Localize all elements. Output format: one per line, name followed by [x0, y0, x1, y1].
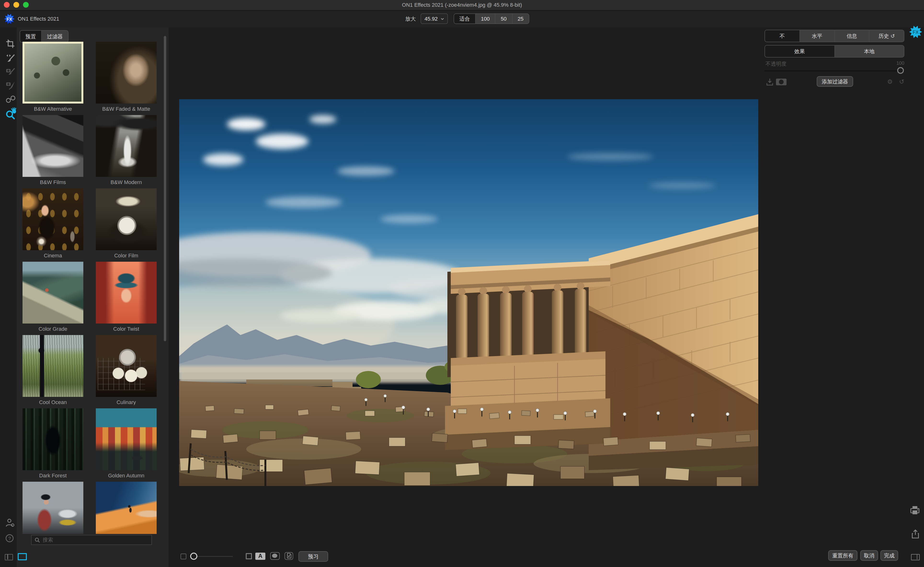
photo-canvas[interactable] — [179, 99, 758, 486]
right-panel: 不 水平 信息 历史 ↺ FX 效果 本地 不透明度 100 添加过滤器 ⚙ ↺ — [765, 27, 924, 567]
preset-item[interactable]: Color Film — [96, 188, 157, 258]
gear-icon[interactable]: ⚙ — [887, 78, 892, 85]
preset-item[interactable]: Color Grade — [22, 262, 83, 332]
preset-item[interactable]: Cool Ocean — [22, 335, 83, 405]
preset-thumbnail — [96, 115, 157, 177]
preset-item[interactable]: Cinema — [22, 188, 83, 258]
reset-filters-icon[interactable]: ↺ — [899, 78, 904, 85]
right-panel-toggle-icon[interactable] — [911, 554, 920, 560]
svg-text:?: ? — [8, 536, 11, 541]
tab-none[interactable]: 不 — [765, 30, 800, 42]
preset-item[interactable]: B&W Modern — [96, 115, 157, 185]
tab-effects[interactable]: 效果 — [765, 45, 835, 57]
reset-all-button[interactable]: 重置所有 — [828, 550, 857, 561]
zoom-value: 45.92 — [424, 16, 438, 21]
preset-thumbnail — [96, 408, 157, 470]
preset-label: B&W Faded & Matte — [96, 106, 157, 112]
preset-label: Color Twist — [96, 326, 157, 332]
preset-thumbnail — [22, 262, 83, 323]
preset-item[interactable]: B&W Alternative — [22, 42, 83, 112]
add-filter-button[interactable]: 添加过滤器 — [817, 76, 853, 87]
acropolis-photo — [179, 99, 758, 486]
opacity-label: 不透明度 — [765, 60, 786, 68]
search-field[interactable]: 搜索 — [31, 535, 152, 545]
preset-label: Color Grade — [22, 326, 83, 332]
titlebar: ON1 Effects 2021 (-zoe4nviem4.jpg @ 45.9… — [0, 0, 924, 11]
masking-bug-tool[interactable] — [5, 80, 16, 91]
single-pane-view-icon[interactable] — [18, 553, 27, 560]
dual-pane-view-icon[interactable] — [5, 554, 13, 560]
tab-info[interactable]: 信息 — [835, 30, 870, 42]
preset-grid: B&W Alternative B&W Faded & Matte B&W Fi… — [17, 27, 169, 534]
zoom-level-dropdown[interactable]: 45.92 — [421, 14, 448, 24]
crop-tool[interactable] — [5, 38, 16, 50]
print-icon[interactable] — [910, 505, 920, 515]
preset-item[interactable]: Golden Autumn — [96, 408, 157, 478]
size-slider-handle[interactable] — [190, 553, 197, 560]
preset-item[interactable] — [96, 482, 157, 534]
soft-proof-icon[interactable] — [285, 552, 293, 560]
preset-label: Color Film — [96, 253, 157, 258]
preset-label: Culinary — [96, 399, 157, 405]
presets-panel: 预置 过滤器 B&W Alternative B&W Faded & Matte… — [17, 27, 169, 567]
preset-item[interactable]: Culinary — [96, 335, 157, 405]
masking-brush-tool[interactable] — [5, 66, 16, 78]
save-preset-icon[interactable] — [765, 78, 774, 86]
fit-button[interactable]: 适合 — [454, 14, 476, 24]
preset-thumbnail — [22, 408, 83, 470]
preset-item[interactable]: B&W Faded & Matte — [96, 42, 157, 112]
preset-item[interactable]: Dark Forest — [22, 408, 83, 478]
preset-thumbnail — [96, 262, 157, 323]
preset-label: B&W Films — [22, 179, 83, 185]
tab-local[interactable]: 本地 — [835, 45, 904, 57]
preset-label: Cool Ocean — [22, 399, 83, 405]
opacity-slider[interactable] — [765, 71, 904, 71]
done-button[interactable]: 完成 — [880, 550, 898, 561]
preset-thumbnail — [96, 335, 157, 397]
opacity-value: 100 — [897, 60, 904, 66]
zoom-pan-tool[interactable] — [5, 107, 16, 119]
tab-history-label: 历史 — [879, 33, 889, 39]
zoom-25-button[interactable]: 25 — [512, 14, 529, 24]
preset-label: Dark Forest — [22, 472, 83, 478]
tab-levels[interactable]: 水平 — [800, 30, 835, 42]
show-original-toggle[interactable]: A — [255, 553, 266, 560]
app-name: ON1 Effects 2021 — [18, 11, 59, 27]
tab-history[interactable]: 历史 ↺ — [870, 30, 904, 42]
cancel-button[interactable]: 取消 — [860, 550, 878, 561]
view-tab-bar: 不 水平 信息 历史 ↺ — [765, 30, 904, 42]
app-window: ON1 Effects 2021 (-zoe4nviem4.jpg @ 45.9… — [0, 0, 924, 567]
mode-tab-bar: 效果 本地 — [765, 45, 904, 57]
mask-icon[interactable] — [776, 78, 786, 85]
share-export-icon[interactable] — [911, 529, 920, 539]
navigator-thumbnail-icon[interactable] — [181, 553, 186, 559]
zoom-100-button[interactable]: 100 — [476, 14, 495, 24]
zoom-50-button[interactable]: 50 — [495, 14, 513, 24]
preset-thumbnail — [22, 115, 83, 177]
window-title: ON1 Effects 2021 (-zoe4nviem4.jpg @ 45.9… — [0, 0, 924, 10]
fx-settings-badge-icon[interactable]: FX — [909, 26, 922, 38]
preset-item[interactable]: B&W Films — [22, 115, 83, 185]
adjust-brush-tool[interactable] — [5, 52, 16, 64]
compare-view-tool[interactable] — [5, 93, 16, 105]
preview-button[interactable]: 预习 — [298, 551, 328, 562]
help-icon[interactable]: ? — [5, 534, 16, 545]
compare-view-icon[interactable] — [246, 553, 252, 559]
opacity-slider-handle[interactable] — [897, 67, 904, 74]
preset-thumbnail — [96, 42, 157, 104]
presets-scrollbar[interactable] — [164, 36, 166, 341]
preset-label: B&W Alternative — [22, 106, 83, 112]
zoom-label: 放大 — [405, 11, 416, 27]
fx-logo-icon: FX — [4, 14, 15, 24]
app-header: FX ON1 Effects 2021 放大 45.92 适合 100 50 2… — [0, 11, 924, 27]
preset-item[interactable]: Color Twist — [96, 262, 157, 332]
preset-item[interactable] — [22, 482, 83, 534]
history-undo-icon: ↺ — [891, 33, 895, 39]
search-icon — [34, 537, 40, 543]
svg-text:FX: FX — [7, 17, 12, 22]
size-slider-track[interactable] — [194, 556, 233, 557]
show-mask-icon[interactable] — [270, 552, 280, 560]
svg-text:FX: FX — [912, 30, 918, 35]
preset-label: B&W Modern — [96, 179, 157, 185]
user-settings-icon[interactable] — [5, 517, 16, 529]
